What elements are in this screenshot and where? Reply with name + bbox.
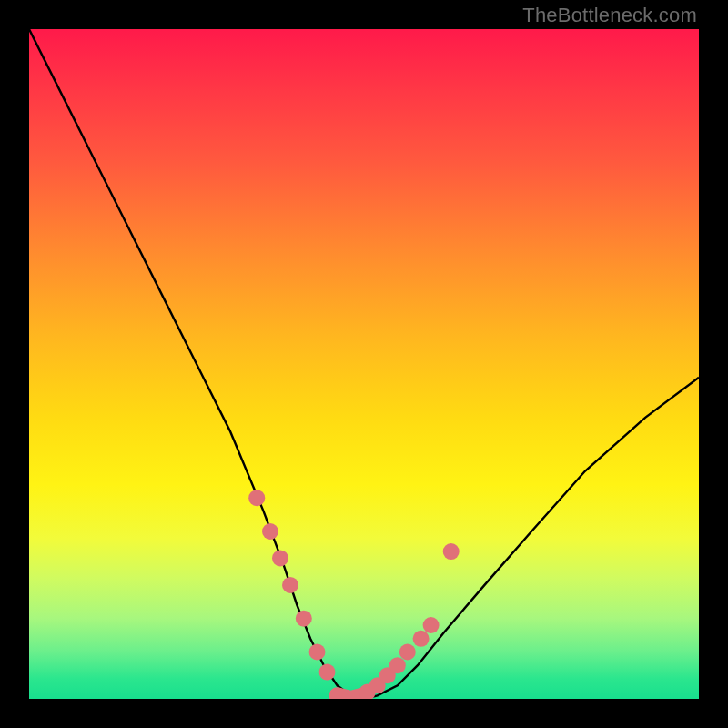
marker-dot [389,657,406,673]
chart-frame: TheBottleneck.com [0,0,728,728]
marker-dot [399,644,416,661]
bottleneck-curve [29,29,699,699]
marker-dot [248,490,265,506]
marker-dot [296,611,312,627]
marker-dot [282,577,298,593]
marker-dot [309,644,326,661]
plot-area [29,29,699,699]
marker-dot [272,550,288,566]
plateau-band [338,695,364,699]
marker-dot [262,523,278,540]
marker-dot [443,543,460,560]
markers-left-branch [248,490,335,680]
watermark-text: TheBottleneck.com [522,4,697,27]
curve-layer [29,29,699,699]
marker-dot [423,617,440,633]
marker-dot [413,631,430,647]
plateau-stroke [338,695,364,699]
marker-dot [319,664,336,681]
curve-path [29,29,699,699]
markers-right-branch [359,543,460,699]
